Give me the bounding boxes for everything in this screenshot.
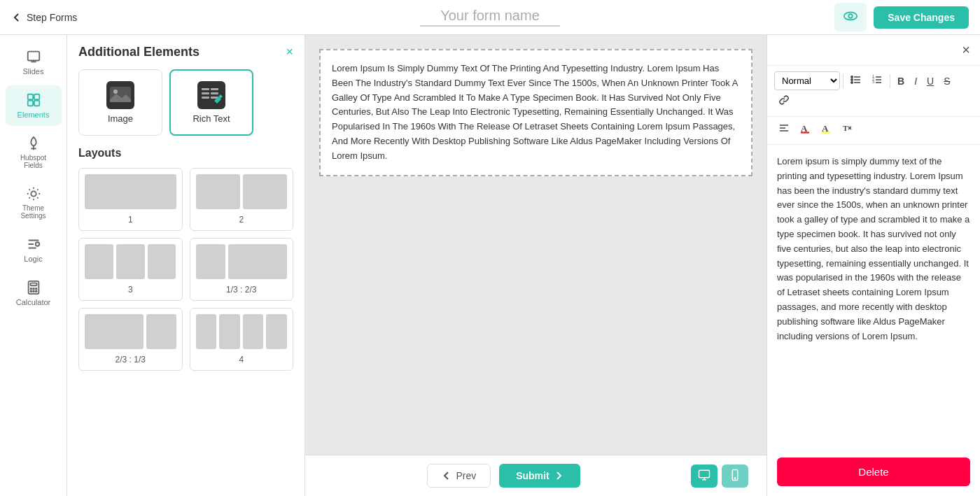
- layout-col-small: [146, 314, 176, 349]
- editor-toolbar-row1: Normal Heading 1 Heading 2 Heading 3: [767, 66, 980, 117]
- align-left-icon: [778, 122, 790, 134]
- svg-rect-52: [801, 132, 809, 134]
- element-card-rich-text[interactable]: Rich Text: [169, 69, 253, 136]
- svg-point-0: [844, 13, 857, 20]
- svg-rect-2: [27, 52, 39, 61]
- svg-rect-6: [34, 94, 38, 99]
- clear-format-button[interactable]: T: [837, 120, 857, 139]
- underline-button[interactable]: U: [923, 73, 938, 90]
- element-card-image[interactable]: Image: [78, 69, 162, 136]
- svg-point-1: [849, 14, 853, 18]
- canvas-area: Lorem Ipsum Is Simply Dummy Text Of The …: [305, 35, 766, 496]
- layout-visual-4: [196, 314, 288, 349]
- format-select[interactable]: Normal Heading 1 Heading 2 Heading 3: [774, 71, 840, 90]
- clear-format-icon: T: [841, 122, 853, 134]
- layout-card-2[interactable]: 2: [190, 168, 294, 231]
- editor-close-button[interactable]: ×: [962, 42, 970, 58]
- layouts-title: Layouts: [78, 147, 293, 160]
- submit-button[interactable]: Submit: [499, 464, 580, 488]
- svg-text:3.: 3.: [872, 80, 875, 84]
- header-actions: Save Changes: [834, 3, 969, 31]
- prev-button[interactable]: Prev: [427, 464, 491, 488]
- editor-text: Lorem ipsum is simply dummy text of the …: [777, 156, 969, 341]
- logic-icon: [26, 236, 41, 252]
- layout-card-thirds[interactable]: 1/3 : 2/3: [190, 238, 294, 301]
- back-button[interactable]: Step Forms: [11, 12, 77, 23]
- form-canvas: Lorem Ipsum Is Simply Dummy Text Of The …: [305, 35, 766, 455]
- link-button[interactable]: [774, 92, 794, 111]
- svg-rect-54: [822, 132, 830, 134]
- svg-rect-25: [202, 88, 209, 90]
- ordered-list-button[interactable]: 1. 2. 3.: [867, 71, 887, 90]
- main-layout: Slides Elements Hubspot Fields: [0, 35, 980, 496]
- layout-card-1[interactable]: 1: [78, 168, 183, 231]
- calculator-icon: [26, 280, 41, 295]
- layout-visual-thirds: [196, 244, 288, 279]
- align-left-button[interactable]: [774, 120, 794, 139]
- image-icon: [106, 81, 134, 109]
- layout-col-large: [228, 244, 287, 279]
- layout-col: [266, 314, 287, 349]
- lorem-text-block[interactable]: Lorem Ipsum Is Simply Dummy Text Of The …: [319, 49, 752, 176]
- elements-grid: Image Rich Text: [67, 69, 304, 147]
- svg-rect-26: [211, 88, 218, 90]
- element-card-image-label: Image: [108, 113, 133, 124]
- sidebar-item-elements-label: Elements: [18, 111, 50, 119]
- svg-point-36: [851, 76, 853, 78]
- layout-col: [148, 244, 176, 279]
- font-highlight-button[interactable]: A: [816, 120, 836, 139]
- preview-button[interactable]: [834, 3, 867, 31]
- layout-col: [85, 244, 113, 279]
- sidebar-item-slides-label: Slides: [23, 67, 44, 76]
- svg-point-12: [35, 242, 39, 246]
- svg-rect-28: [211, 92, 218, 94]
- delete-button[interactable]: Delete: [777, 458, 970, 486]
- layout-col-large: [85, 314, 144, 349]
- toolbar-divider-2: [890, 74, 890, 88]
- italic-button[interactable]: I: [910, 73, 921, 90]
- mobile-button[interactable]: [722, 465, 748, 488]
- save-button[interactable]: Save Changes: [874, 6, 969, 29]
- sidebar-item-logic[interactable]: Logic: [6, 229, 62, 270]
- element-card-rich-text-label: Rich Text: [192, 113, 230, 124]
- panel-close-button[interactable]: ×: [286, 45, 293, 59]
- svg-point-19: [33, 291, 34, 292]
- sidebar-item-calculator[interactable]: Calculator: [6, 273, 62, 313]
- sidebar-item-slides[interactable]: Slides: [6, 42, 62, 83]
- svg-rect-14: [30, 283, 36, 286]
- layout-label-2: 2: [239, 215, 244, 225]
- bold-button[interactable]: B: [893, 73, 909, 90]
- editor-content[interactable]: Lorem ipsum is simply dummy text of the …: [767, 145, 980, 448]
- sidebar-item-elements[interactable]: Elements: [6, 85, 62, 126]
- desktop-icon: [698, 469, 710, 481]
- font-color-icon: A: [799, 122, 811, 134]
- sidebar-item-hubspot-label: Hubspot Fields: [11, 154, 56, 169]
- font-color-button[interactable]: A: [795, 120, 815, 139]
- sidebar-item-theme[interactable]: Theme Settings: [6, 179, 62, 227]
- form-name[interactable]: Your form name: [420, 8, 560, 27]
- layout-visual-1: [85, 174, 176, 209]
- editor-panel: × Normal Heading 1 Heading 2 Heading 3: [766, 35, 980, 496]
- form-navigation: Prev Submit: [316, 464, 691, 488]
- unordered-list-button[interactable]: [846, 71, 866, 90]
- layout-col: [196, 174, 240, 209]
- svg-rect-8: [34, 101, 38, 106]
- desktop-button[interactable]: [691, 465, 718, 488]
- eye-icon: [843, 8, 858, 24]
- layout-card-3[interactable]: 3: [78, 238, 183, 301]
- svg-point-15: [30, 288, 31, 290]
- svg-point-38: [851, 79, 853, 80]
- layout-col: [116, 244, 145, 279]
- sidebar-item-calculator-label: Calculator: [16, 298, 51, 306]
- layout-card-thirds-rev[interactable]: 2/3 : 1/3: [78, 308, 183, 371]
- editor-panel-header: ×: [767, 35, 980, 66]
- layout-card-4[interactable]: 4: [190, 308, 294, 371]
- panel-title: Additional Elements: [78, 45, 200, 59]
- svg-rect-31: [699, 470, 710, 478]
- sidebar-item-hubspot[interactable]: Hubspot Fields: [6, 129, 62, 176]
- strikethrough-button[interactable]: S: [939, 73, 954, 90]
- chevron-left-nav-icon: [442, 471, 451, 481]
- layout-visual-3: [85, 244, 176, 279]
- layouts-grid: 1 2 3: [78, 168, 293, 371]
- svg-point-11: [31, 191, 36, 196]
